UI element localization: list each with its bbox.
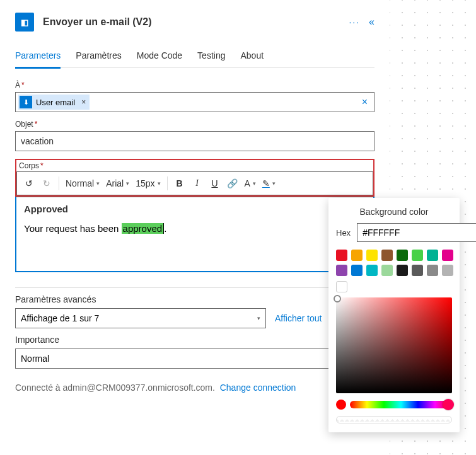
clear-to-icon[interactable]: × (358, 96, 371, 108)
highlighted-text: approved (122, 223, 165, 234)
current-color-swatch (336, 400, 346, 410)
recipient-pill[interactable]: ⬇ User email × (18, 95, 90, 110)
background-color-button[interactable]: ✎▾ (260, 175, 278, 192)
chevron-down-icon: ▾ (272, 180, 276, 187)
underline-button[interactable]: U (207, 175, 223, 192)
swatch[interactable] (397, 250, 408, 261)
subject-label: Objet* (15, 120, 374, 129)
tab-parametres[interactable]: Paramètres (76, 47, 121, 67)
picker-thumb[interactable] (334, 295, 341, 302)
hex-input[interactable] (357, 223, 476, 242)
swatch[interactable] (351, 265, 363, 276)
subject-input[interactable] (15, 131, 374, 151)
show-all-link[interactable]: Afficher tout (275, 313, 322, 323)
swatch[interactable] (366, 250, 378, 261)
body-editor[interactable]: Approved Your request has been approved. (15, 197, 374, 272)
chevron-down-icon: ▾ (96, 180, 100, 187)
hex-label: Hex (336, 228, 351, 238)
swatch[interactable] (412, 250, 423, 261)
swatch-white[interactable] (336, 281, 347, 292)
color-picker-title: Background color (336, 207, 452, 217)
swatch[interactable] (427, 250, 438, 261)
tab-testing[interactable]: Testing (197, 47, 225, 67)
importance-label: Importance (15, 335, 374, 345)
font-dropdown[interactable]: Arial▾ (103, 175, 132, 192)
body-label: Corps* (16, 160, 373, 171)
collapse-panel-button[interactable]: « (369, 16, 374, 28)
tabs: Parameters Paramètres Mode Code Testing … (15, 47, 374, 68)
remove-recipient-icon[interactable]: × (81, 98, 86, 107)
font-color-button[interactable]: A▾ (242, 175, 258, 192)
bold-button[interactable]: B (171, 175, 188, 192)
swatch[interactable] (397, 265, 408, 276)
undo-button[interactable]: ↺ (21, 175, 37, 192)
rich-text-toolbar: ↺ ↻ Normal▾ Arial▾ 15px▾ B I U 🔗 A▾ ✎▾ (16, 171, 373, 195)
tab-parameters[interactable]: Parameters (15, 47, 61, 69)
link-button[interactable]: 🔗 (224, 175, 241, 192)
swatch[interactable] (442, 265, 453, 276)
body-section-highlighted: Corps* ↺ ↻ Normal▾ Arial▾ 15px▾ B I U 🔗 … (15, 159, 374, 197)
swatch[interactable] (351, 250, 363, 261)
advanced-params-label: Paramètres avancés (15, 294, 374, 304)
panel-title: Envoyer un e-mail (V2) (43, 16, 340, 28)
swatch[interactable] (336, 265, 347, 276)
swatch[interactable] (381, 250, 393, 261)
outlook-icon: ◧ (15, 13, 34, 32)
to-input[interactable]: ⬇ User email × × (15, 92, 374, 112)
change-connection-link[interactable]: Change connection (220, 383, 296, 393)
redo-button[interactable]: ↻ (38, 175, 55, 192)
hue-thumb[interactable] (443, 399, 454, 410)
italic-button[interactable]: I (189, 175, 206, 192)
swatch[interactable] (412, 265, 423, 276)
font-size-dropdown[interactable]: 15px▾ (133, 175, 163, 192)
hue-slider[interactable] (350, 401, 452, 408)
panel-header: ◧ Envoyer un e-mail (V2) ··· « (15, 13, 374, 32)
style-dropdown[interactable]: Normal▾ (63, 175, 102, 192)
swatch[interactable] (427, 265, 438, 276)
swatch[interactable] (366, 265, 378, 276)
connection-info: Connecté à admin@CRM009377.onmicrosoft.c… (15, 383, 374, 393)
recipient-pill-label: User email (36, 98, 75, 107)
chevron-down-icon: ▾ (253, 180, 256, 187)
chevron-down-icon: ▾ (126, 180, 129, 187)
swatch[interactable] (336, 250, 347, 261)
divider (15, 287, 374, 288)
tab-about[interactable]: About (240, 47, 264, 67)
importance-select[interactable]: Normal ▾ (15, 348, 374, 369)
chevron-down-icon: ▾ (158, 180, 161, 187)
swatch[interactable] (381, 265, 393, 276)
chevron-down-icon: ▾ (257, 315, 260, 321)
alpha-slider[interactable] (336, 416, 452, 423)
more-actions-button[interactable]: ··· (349, 17, 360, 27)
body-heading: Approved (24, 204, 366, 214)
advanced-params-select[interactable]: Affichage de 1 sur 7 ▾ (15, 308, 266, 328)
color-swatches (336, 250, 452, 276)
to-label: À* (15, 81, 374, 89)
swatch[interactable] (442, 250, 453, 261)
dynamic-content-icon: ⬇ (20, 96, 32, 108)
color-picker-popover: Background color Hex (328, 198, 460, 432)
body-line: Your request has been approved. (24, 223, 366, 234)
tab-mode-code[interactable]: Mode Code (137, 47, 182, 67)
saturation-lightness-picker[interactable] (336, 297, 452, 393)
